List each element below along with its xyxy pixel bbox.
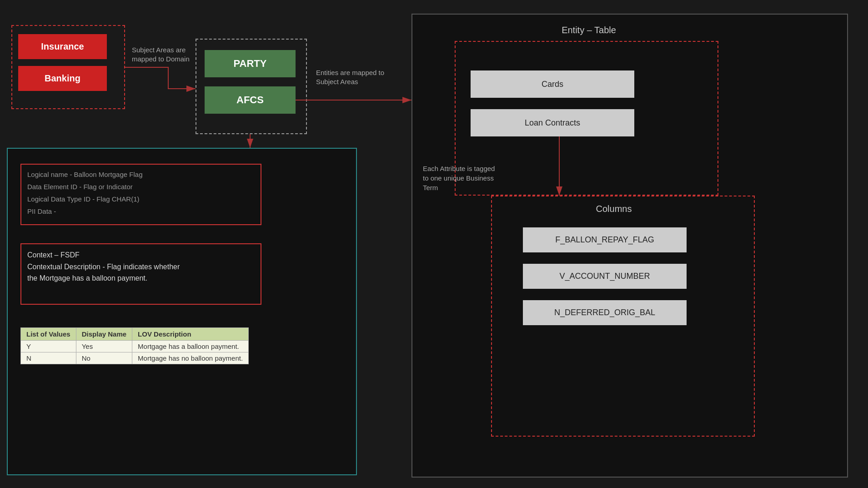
party-button[interactable]: PARTY	[205, 50, 296, 77]
col-balloon-repay[interactable]: F_BALLON_REPAY_FLAG	[523, 227, 687, 252]
table-row: Y Yes Mortgage has a balloon payment.	[21, 341, 249, 352]
banking-button[interactable]: Banking	[18, 66, 107, 91]
context-text: Context – FSDF Contextual Description - …	[27, 249, 180, 284]
afcs-button[interactable]: AFCS	[205, 86, 296, 114]
entity-annotation: Entities are mapped to Subject Areas	[316, 68, 389, 86]
attribute-annotation: Each Attribute is tagged to one unique B…	[423, 164, 496, 192]
lov-display-no: No	[76, 352, 132, 364]
cards-entity-box[interactable]: Cards	[471, 70, 634, 98]
domain-annotation: Subject Areas are mapped to Domain	[132, 45, 196, 63]
lov-header-desc: LOV Description	[132, 328, 249, 341]
col-deferred-orig-bal[interactable]: N_DEFERRED_ORIG_BAL	[523, 300, 687, 325]
col-account-number[interactable]: V_ACCOUNT_NUMBER	[523, 264, 687, 289]
entity-table-title: Entity – Table	[498, 25, 680, 35]
columns-title: Columns	[546, 204, 682, 214]
loan-contracts-entity-box[interactable]: Loan Contracts	[471, 109, 634, 136]
lov-desc-n: Mortgage has no balloon payment.	[132, 352, 249, 364]
lov-value-n: N	[21, 352, 76, 364]
table-row: N No Mortgage has no balloon payment.	[21, 352, 249, 364]
insurance-button[interactable]: Insurance	[18, 34, 107, 59]
lov-header-display: Display Name	[76, 328, 132, 341]
lov-table: List of Values Display Name LOV Descript…	[20, 327, 249, 364]
lov-header-values: List of Values	[21, 328, 76, 341]
logical-name-text: Logical name - Balloon Mortgage Flag Dat…	[27, 168, 142, 217]
arrow-subject-to-domain	[125, 67, 196, 89]
lov-display-yes: Yes	[76, 341, 132, 352]
lov-desc-y: Mortgage has a balloon payment.	[132, 341, 249, 352]
lov-value-y: Y	[21, 341, 76, 352]
diagram-container: Insurance Banking Subject Areas are mapp…	[0, 0, 868, 488]
